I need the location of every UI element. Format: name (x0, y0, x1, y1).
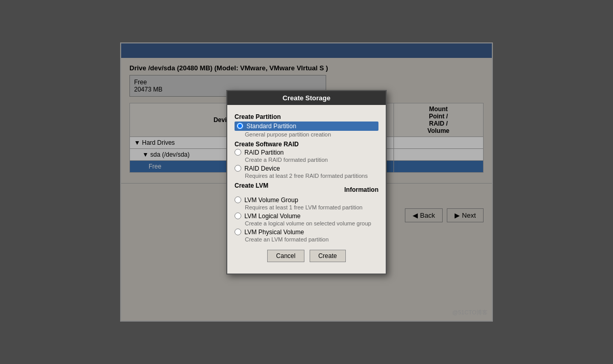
create-partition-label: Create Partition (235, 113, 281, 120)
lvm-physical-volume-radio[interactable] (235, 229, 241, 235)
create-partition-section-header: Create Partition (235, 113, 378, 120)
raid-device-radio[interactable] (235, 165, 241, 172)
lvm-logical-volume-radio[interactable] (235, 213, 241, 219)
create-software-raid-label: Create Software RAID (235, 141, 299, 148)
modal-overlay: Create Storage Create Partition Standard… (121, 43, 492, 321)
standard-partition-option[interactable]: Standard Partition (235, 122, 378, 131)
lvm-volume-group-label: LVM Volume Group (244, 196, 298, 204)
lvm-physical-volume-option[interactable]: LVM Physical Volume (235, 229, 378, 236)
lvm-logical-volume-desc: Create a logical volume on selected volu… (245, 220, 378, 226)
modal-cancel-button[interactable]: Cancel (267, 250, 304, 262)
modal-footer: Cancel Create (235, 245, 378, 268)
standard-partition-desc: General purpose partition creation (245, 131, 378, 138)
lvm-volume-group-option[interactable]: LVM Volume Group (235, 196, 378, 204)
lvm-logical-volume-label: LVM Logical Volume (244, 213, 301, 220)
raid-device-desc: Requires at least 2 free RAID formated p… (245, 173, 378, 179)
raid-partition-label: RAID Partition (244, 149, 284, 156)
modal-create-button[interactable]: Create (310, 250, 346, 262)
create-lvm-section-header: Create LVM Information (235, 182, 378, 195)
modal-body: Create Partition Standard Partition Gene… (227, 105, 386, 274)
lvm-volume-group-radio[interactable] (235, 196, 241, 203)
create-software-raid-section-header: Create Software RAID (235, 141, 378, 148)
lvm-physical-volume-desc: Create an LVM formated partition (245, 236, 378, 242)
modal-title: Create Storage (227, 91, 386, 105)
raid-device-label: RAID Device (244, 165, 280, 172)
create-lvm-info: Information (344, 186, 378, 193)
standard-partition-radio[interactable] (237, 123, 243, 129)
lvm-logical-volume-option[interactable]: LVM Logical Volume (235, 213, 378, 220)
raid-device-option[interactable]: RAID Device (235, 165, 378, 172)
create-storage-modal: Create Storage Create Partition Standard… (226, 90, 387, 275)
watermark: @51CTO博客 (453, 309, 488, 316)
raid-partition-radio[interactable] (235, 149, 241, 156)
standard-partition-label: Standard Partition (246, 123, 296, 130)
raid-partition-desc: Create a RAID formated partition (245, 157, 378, 163)
lvm-physical-volume-label: LVM Physical Volume (244, 229, 304, 236)
lvm-volume-group-desc: Requires at least 1 free LVM formated pa… (245, 204, 378, 210)
create-lvm-label: Create LVM (235, 182, 268, 189)
raid-partition-option[interactable]: RAID Partition (235, 149, 378, 156)
